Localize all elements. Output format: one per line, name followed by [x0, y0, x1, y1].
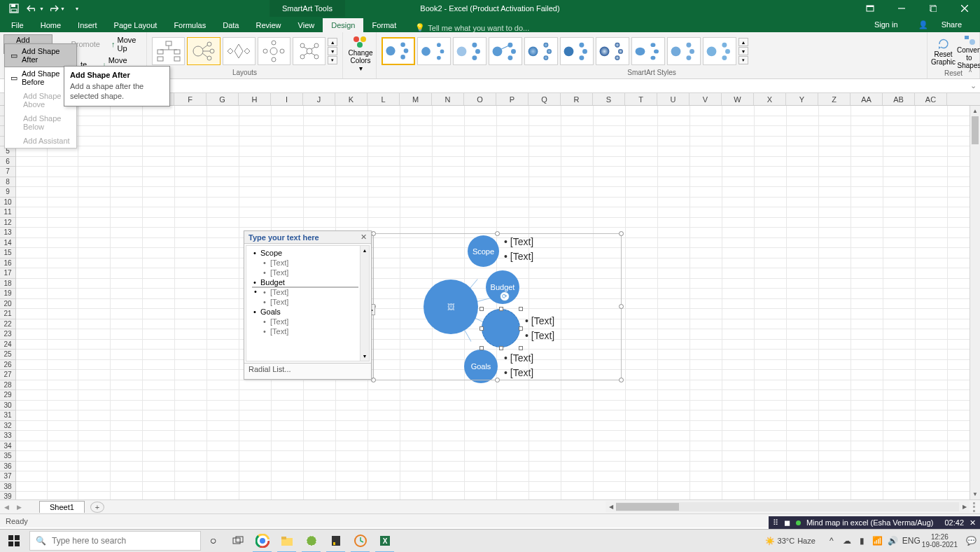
- smartart-text-pane[interactable]: Type your text here ✕ Scope[Text][Text]B…: [244, 230, 372, 380]
- layout-option-2-selected[interactable]: [187, 37, 220, 65]
- row-header-8[interactable]: 8: [0, 177, 15, 188]
- text-pane-item[interactable]: Budget: [252, 277, 358, 287]
- task-view-button[interactable]: [225, 530, 250, 553]
- row-header-7[interactable]: 7: [0, 167, 15, 177]
- hscroll-right-button[interactable]: ▶: [959, 504, 969, 510]
- column-header-J[interactable]: J: [303, 93, 335, 105]
- hscroll-thumb[interactable]: [616, 503, 679, 511]
- vertical-scrollbar[interactable]: ▲ ▼: [969, 106, 980, 499]
- text-pane-item[interactable]: [Text]: [252, 297, 358, 307]
- layouts-more[interactable]: ▾: [328, 56, 337, 64]
- start-button[interactable]: [0, 530, 28, 553]
- redo-button[interactable]: ▼: [46, 0, 66, 17]
- tray-wifi-icon[interactable]: 📶: [872, 536, 884, 546]
- tab-review[interactable]: Review: [247, 18, 289, 32]
- tray-battery-icon[interactable]: ▮: [856, 536, 869, 546]
- styles-more[interactable]: ▾: [738, 56, 748, 64]
- row-header-9[interactable]: 9: [0, 187, 15, 198]
- style-option-9[interactable]: [667, 37, 701, 65]
- reset-graphic-button[interactable]: Reset Graphic: [931, 34, 955, 69]
- sheet-nav-next[interactable]: ▶: [13, 504, 25, 511]
- column-header-S[interactable]: S: [593, 93, 625, 105]
- new-sheet-button[interactable]: +: [90, 502, 104, 513]
- weather-widget[interactable]: ☀️ 33°C Haze: [765, 537, 816, 546]
- tab-data[interactable]: Data: [214, 18, 247, 32]
- column-header-Y[interactable]: Y: [786, 93, 818, 105]
- row-header-37[interactable]: 37: [0, 471, 15, 482]
- column-header-G[interactable]: G: [206, 93, 239, 105]
- column-header-O[interactable]: O: [464, 93, 496, 105]
- column-header-AA[interactable]: AA: [850, 93, 883, 105]
- close-button[interactable]: [948, 0, 980, 17]
- text-pane-footer[interactable]: Radial List...: [244, 363, 371, 377]
- style-option-2[interactable]: [417, 37, 451, 65]
- taskbar-app-5[interactable]: [348, 530, 372, 553]
- row-header-14[interactable]: 14: [0, 238, 15, 249]
- row-header-33[interactable]: 33: [0, 431, 15, 441]
- row-header-30[interactable]: 30: [0, 401, 15, 411]
- tab-file[interactable]: File: [3, 18, 32, 32]
- vscroll-down-button[interactable]: ▼: [970, 489, 980, 499]
- layout-option-4[interactable]: [258, 37, 290, 65]
- text-pane-scrollbar[interactable]: ▲ ▼: [360, 246, 369, 361]
- ribbon-display-options-button[interactable]: [854, 0, 886, 17]
- tab-view[interactable]: View: [290, 18, 323, 32]
- tray-onedrive-icon[interactable]: ☁: [841, 536, 853, 546]
- column-header-Q[interactable]: Q: [528, 93, 561, 105]
- undo-button[interactable]: ▼: [24, 0, 46, 17]
- row-header-35[interactable]: 35: [0, 451, 15, 462]
- style-option-5[interactable]: [524, 37, 558, 65]
- row-header-34[interactable]: 34: [0, 441, 15, 452]
- frame-handle[interactable]: [495, 378, 500, 382]
- text-pane-scroll-up[interactable]: ▲: [360, 246, 369, 255]
- column-header-N[interactable]: N: [432, 93, 464, 105]
- row-header-22[interactable]: 22: [0, 319, 15, 330]
- change-colors-button[interactable]: Change Colors ▾: [346, 34, 374, 74]
- recording-stop-icon[interactable]: ◼: [784, 518, 790, 527]
- row-header-38[interactable]: 38: [0, 482, 15, 492]
- sheet-nav-prev[interactable]: ◀: [0, 504, 13, 511]
- row-header-21[interactable]: 21: [0, 309, 15, 319]
- style-option-3[interactable]: [453, 37, 486, 65]
- row-header-26[interactable]: 26: [0, 360, 15, 371]
- row-header-20[interactable]: 20: [0, 299, 15, 310]
- text-pane-item[interactable]: [Text]: [252, 268, 358, 277]
- row-header-17[interactable]: 17: [0, 268, 15, 279]
- row-header-6[interactable]: 6: [0, 157, 15, 167]
- minimize-button[interactable]: [886, 0, 917, 17]
- column-header-Z[interactable]: Z: [818, 93, 850, 105]
- row-header-16[interactable]: 16: [0, 258, 15, 269]
- customize-qat-button[interactable]: ▾: [66, 0, 88, 17]
- column-header-T[interactable]: T: [625, 93, 657, 105]
- column-header-R[interactable]: R: [561, 93, 593, 105]
- styles-scroll-down[interactable]: ▼: [738, 47, 748, 55]
- row-header-25[interactable]: 25: [0, 350, 15, 360]
- column-header-U[interactable]: U: [657, 93, 690, 105]
- vscroll-thumb[interactable]: [972, 116, 979, 144]
- row-header-36[interactable]: 36: [0, 462, 15, 472]
- recording-bar[interactable]: ⠿ ◼ Mind map in excel (Esha Verma/Aug) 0…: [769, 516, 980, 529]
- column-header-P[interactable]: P: [496, 93, 528, 105]
- row-header-11[interactable]: 11: [0, 207, 15, 218]
- frame-handle[interactable]: [619, 378, 624, 382]
- style-option-8[interactable]: [631, 37, 665, 65]
- taskbar-search[interactable]: 🔍 Type here to search: [29, 531, 201, 551]
- text-pane-item[interactable]: [Text]: [252, 258, 358, 268]
- taskbar-chrome[interactable]: [250, 530, 274, 553]
- tell-me-search[interactable]: 💡 Tell me what you want to do...: [415, 23, 529, 32]
- frame-handle[interactable]: [619, 304, 624, 309]
- column-header-V[interactable]: V: [690, 93, 722, 105]
- row-header-10[interactable]: 10: [0, 198, 15, 208]
- smartart-selection-frame[interactable]: [373, 233, 622, 380]
- layouts-scroll-up[interactable]: ▲: [328, 38, 337, 46]
- column-header-AB[interactable]: AB: [883, 93, 915, 105]
- frame-handle[interactable]: [371, 231, 376, 236]
- column-header-AC[interactable]: AC: [915, 93, 947, 105]
- taskbar-app-4[interactable]: [323, 530, 348, 553]
- row-header-19[interactable]: 19: [0, 289, 15, 299]
- expand-formula-bar-button[interactable]: ⌄: [967, 81, 980, 90]
- text-pane-item[interactable]: [Text]: [252, 317, 358, 326]
- tab-design[interactable]: Design: [323, 18, 363, 32]
- tab-page-layout[interactable]: Page Layout: [106, 18, 166, 32]
- add-shape-after-item[interactable]: ▭ Add Shape After: [4, 43, 77, 67]
